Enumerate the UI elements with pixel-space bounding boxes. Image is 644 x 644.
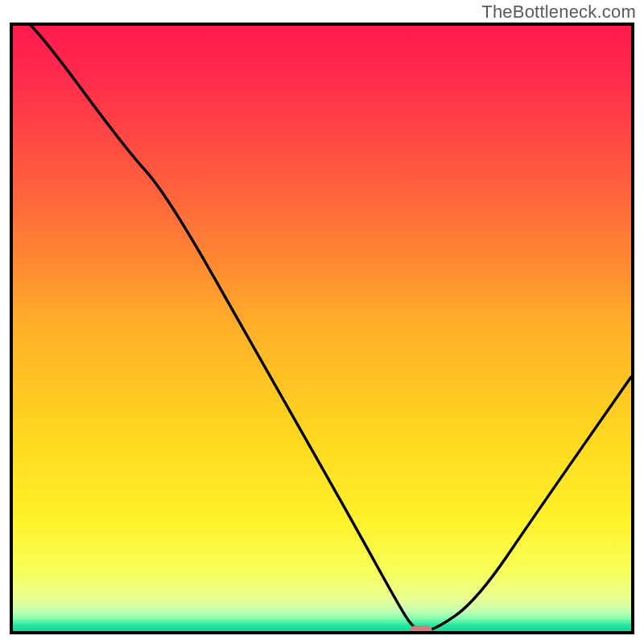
watermark-text: TheBottleneck.com [481, 2, 636, 23]
curve-layer [13, 26, 631, 631]
plot-area [10, 23, 634, 634]
bottleneck-curve [13, 26, 631, 631]
optimal-point-marker [410, 625, 432, 634]
chart-frame: TheBottleneck.com [0, 0, 644, 644]
